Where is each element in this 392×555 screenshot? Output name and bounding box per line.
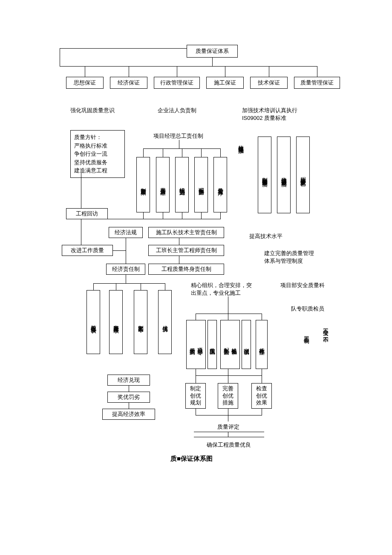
rightv-b: 三不交接 四不 (322, 324, 329, 334)
l2-f: 质量管理保证 (294, 77, 340, 89)
conn (129, 403, 129, 409)
conn (141, 283, 141, 290)
pmsub-b: 贯彻质量标准 (156, 157, 170, 212)
constv-a: 精干高效的 项目部和专 (186, 320, 206, 369)
conn (182, 212, 182, 219)
conn (93, 283, 165, 284)
conn (228, 415, 228, 421)
econv-b: 完善计量支付手续 (109, 290, 123, 354)
org2: 出重点，专业化施工 (191, 289, 241, 297)
label-1: 强化巩固质量意识 (70, 107, 115, 114)
policy-l2: 争创行业一流 (74, 150, 121, 158)
l2-d-text: 施工保证 (214, 79, 236, 87)
conn (143, 212, 144, 219)
constv-d: 测试仪器 (242, 320, 251, 369)
l2-e-text: 技术保证 (258, 79, 280, 87)
pm-label: 项目经理总工责任制 (153, 132, 203, 140)
constflow-a: 制定创优规划 (185, 383, 206, 409)
conn (269, 66, 269, 77)
conn (126, 275, 126, 283)
conn (129, 66, 129, 77)
conn (228, 369, 228, 375)
tech-level: 提高技术水平 (249, 232, 282, 240)
conn (228, 409, 228, 415)
conn (113, 250, 126, 251)
l2-b-text: 经济保证 (118, 79, 140, 87)
conn (182, 148, 182, 157)
conn (194, 437, 264, 437)
techv-a: 执行部颁规范技术 (237, 141, 245, 144)
l2-d: 施工保证 (206, 77, 244, 89)
l2-e: 技术保证 (250, 77, 288, 89)
qms1: 建立完善的质量管理 (264, 250, 314, 257)
conn (93, 283, 94, 290)
l2-a-text: 思想保证 (74, 79, 96, 87)
econv-a: 签定包保责任状 (86, 290, 100, 354)
safety: 项目部安全质量科 (280, 282, 325, 289)
techv-b: 制定完善技术管理制度 (258, 137, 271, 213)
l2-c-text: 行政管理保证 (160, 79, 193, 87)
conn (126, 238, 126, 264)
constflow-c: 检查创优效果 (251, 383, 272, 409)
pmsub-a: 制定质量政策 (136, 157, 150, 212)
constv-b: 业施工队伍 (208, 320, 217, 369)
rightv-a: 三工三查制 (303, 332, 310, 334)
pmsub-e: 质量监控有序 (213, 157, 227, 212)
conn (196, 314, 196, 320)
conn (163, 212, 163, 219)
econv-c: 制定奖罚条令 (134, 290, 147, 354)
conn (262, 314, 262, 320)
conn (262, 409, 262, 415)
l2-c: 行政管理保证 (154, 77, 200, 89)
conn (85, 66, 85, 77)
eval: 质量评定 (217, 423, 239, 431)
policy-l3: 坚持优质服务 (74, 158, 121, 167)
caption: 质■保证体系图 (170, 455, 213, 463)
conn (212, 58, 213, 66)
conn (163, 148, 163, 157)
pmsub-c: 组织协调施工 (175, 157, 189, 212)
root-text: 质量保证体系 (196, 47, 229, 55)
econv-d: 优质优价 (158, 290, 172, 354)
conn (262, 369, 262, 375)
conn (196, 415, 262, 416)
conn (201, 148, 202, 157)
econ-reg-box: 经济法规 (109, 227, 143, 238)
label-3a: 加强技术培训认真执行 (242, 107, 297, 114)
conn (143, 148, 144, 157)
conn (179, 238, 179, 245)
lifetime-box: 工程质量终身责任制 (148, 264, 224, 275)
qms2: 体系与管理制度 (264, 257, 303, 265)
label-3b: IS09002 质量标准 (242, 114, 286, 122)
conn (179, 256, 179, 264)
foreman-box: 工班长主管工程师责任制 (148, 245, 224, 256)
l2-a: 思想保证 (66, 77, 104, 89)
conn (228, 314, 228, 320)
conn (228, 375, 228, 383)
conn (165, 283, 165, 290)
conn (116, 283, 116, 290)
conn (262, 375, 262, 383)
improve-box: 改进工作质量 (62, 245, 113, 256)
econflow-c: 提高经济效率 (102, 409, 155, 420)
econflow-a: 经济兑现 (107, 375, 150, 386)
inspector: 队专职质检员 (291, 305, 324, 313)
techv-d: 积极推广新技术新工艺 (296, 137, 310, 213)
conn (177, 66, 177, 77)
ensure: 确保工程质量优良 (207, 441, 251, 449)
conn (196, 375, 196, 383)
conn (179, 140, 179, 148)
conn (194, 432, 264, 432)
constflow-b: 完善创优措施 (218, 383, 238, 409)
econflow-b: 奖优罚劣 (107, 392, 150, 403)
conn (228, 432, 228, 437)
conn (81, 219, 81, 245)
constv-c: 配套齐全的 机械设备和 (220, 320, 240, 369)
techv-c: 岗位培训持证上岗制度 (277, 137, 291, 213)
conn (225, 66, 225, 77)
conn (220, 212, 221, 219)
visit-box: 工程回访 (66, 208, 108, 219)
policy-l1: 严格执行标准 (74, 142, 121, 150)
l2-f-text: 质量管理保证 (300, 79, 334, 87)
constv-e: 标准化作业 (256, 320, 268, 369)
